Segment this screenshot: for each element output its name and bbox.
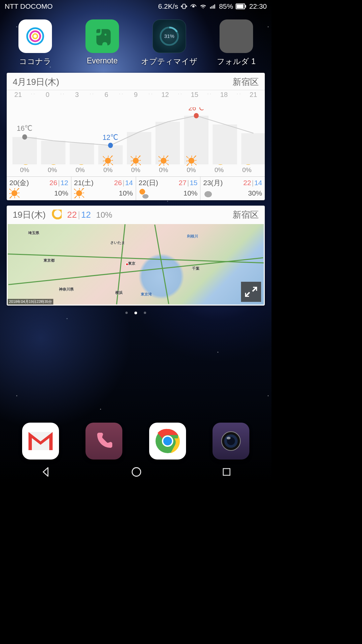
page-dot-current (134, 312, 137, 314)
map-label: 埼玉県 (28, 230, 39, 235)
evernote-icon (85, 19, 119, 53)
clock: 22:30 (249, 2, 267, 10)
svg-rect-5 (215, 4, 216, 9)
temperature-graph: 16℃ 12℃ 26℃ (7, 99, 265, 156)
app-coconala[interactable]: ココナラ (7, 19, 64, 67)
map-day: 19日(木) (13, 209, 46, 221)
temp-low: 12 (60, 179, 68, 186)
weather-map[interactable]: 東京 埼玉県 さいたま 東京都 神奈川県 千葉 横浜 東京湾 利根川 2018年… (8, 224, 264, 305)
daily-forecast: 20(金)26|1210%21(土)26|1410%22(日)27|1510%2… (7, 176, 265, 200)
map-header: 19日(木) 22|12 10% 新宿区 (7, 206, 265, 224)
navigation-bar (0, 462, 272, 483)
precip-pct: 10% (119, 189, 133, 197)
hour-tick: 21 (246, 91, 261, 99)
svg-text:26℃: 26℃ (188, 107, 204, 112)
dock (0, 423, 272, 460)
map-low: 12 (81, 210, 91, 220)
map-label: 利根川 (187, 234, 198, 239)
svg-point-1 (192, 5, 195, 8)
weather-map-widget[interactable]: 19日(木) 22|12 10% 新宿区 東京 埼玉県 さいたま 東京都 神奈川… (7, 206, 265, 306)
nav-back-button[interactable] (40, 466, 51, 479)
precip-pct: 0% (159, 166, 168, 174)
map-precip: 10% (96, 210, 112, 220)
svg-point-11 (33, 34, 38, 39)
svg-rect-21 (213, 124, 237, 164)
map-label: 横浜 (115, 290, 123, 295)
temp-high: 26 (50, 179, 57, 186)
day-label: 21(土) (74, 178, 94, 187)
network-speed: 6.2K/s (158, 2, 178, 10)
svg-rect-8 (245, 5, 246, 8)
page-dot (125, 312, 128, 314)
battery-icon (236, 3, 246, 9)
precip-pct: 0% (48, 166, 57, 174)
daily-cell[interactable]: 21(土)26|1410% (71, 177, 136, 200)
hour-tick: 15 (187, 91, 202, 99)
sun-icon (186, 156, 196, 166)
svg-point-10 (30, 31, 40, 41)
nav-recent-button[interactable] (222, 467, 232, 478)
coconala-icon (18, 19, 52, 53)
dock-camera[interactable] (213, 423, 249, 460)
svg-point-37 (132, 468, 141, 476)
precip-pct: 0% (103, 166, 112, 174)
dock-phone[interactable] (85, 423, 122, 460)
precip-pct: 10% (54, 189, 68, 197)
daily-cell[interactable]: 20(金)26|1210% (7, 177, 71, 200)
app-evernote[interactable]: Evernote (74, 19, 131, 67)
svg-rect-29 (28, 432, 53, 450)
svg-rect-7 (237, 4, 244, 8)
dock-chrome[interactable] (149, 423, 186, 460)
weather-location: 新宿区 (233, 76, 259, 88)
sun-icon (9, 188, 19, 198)
temp-low: 14 (125, 179, 133, 186)
battery-percent: 85% (219, 2, 233, 10)
app-label: フォルダ 1 (217, 56, 255, 67)
hour-tick: 18 (217, 91, 231, 99)
precip-pct: 10% (183, 189, 197, 197)
page-indicator (0, 312, 272, 314)
wifi-icon (199, 3, 207, 10)
moon-icon (51, 210, 62, 220)
weather-header: 4月19日(木) 新宿区 (7, 73, 265, 90)
daily-cell[interactable]: 23(月)22|1430% (200, 177, 265, 200)
app-row: ココナラ Evernote 31% オプティマイザ フォルダ 1 (0, 13, 272, 67)
map-label: 東京都 (44, 258, 55, 263)
svg-rect-22 (241, 133, 265, 164)
svg-text:16℃: 16℃ (17, 124, 33, 132)
svg-point-36 (227, 437, 231, 439)
precip-pct: 0% (242, 166, 251, 174)
hour-tick: 0 (40, 91, 55, 99)
map-label-tokyo: 東京 (128, 261, 135, 266)
svg-text:12℃: 12℃ (103, 133, 118, 142)
precip-pct: 0% (20, 166, 29, 174)
day-label: 23(月) (203, 178, 223, 187)
map-location: 新宿区 (233, 209, 259, 221)
dock-gmail[interactable] (22, 423, 59, 460)
vibrate-icon (181, 3, 187, 10)
svg-text:31%: 31% (164, 33, 174, 39)
map-label: 千葉 (192, 266, 199, 271)
hour-tick: 3 (70, 91, 84, 99)
hour-tick: 6 (99, 91, 114, 99)
expand-map-button[interactable] (241, 282, 261, 302)
folder-icon (220, 19, 253, 53)
svg-point-25 (194, 113, 199, 118)
map-timestamp: 2018年04月19日22時35分 (8, 299, 53, 305)
sun-icon (131, 156, 141, 166)
app-folder-1[interactable]: フォルダ 1 (208, 19, 265, 67)
day-label: 22(日) (139, 178, 158, 187)
svg-point-23 (22, 134, 27, 140)
suncloud-icon (139, 188, 149, 198)
map-label: 東京湾 (141, 292, 152, 297)
temp-low: 15 (190, 179, 197, 186)
svg-rect-15 (41, 141, 66, 164)
map-high: 22 (67, 210, 77, 220)
nav-home-button[interactable] (131, 466, 142, 479)
svg-rect-0 (183, 4, 185, 8)
weather-widget[interactable]: 4月19日(木) 新宿区 21· · 0· · 3· · 6· · 9· · 1… (7, 73, 265, 200)
daily-cell[interactable]: 22(日)27|1510% (136, 177, 201, 200)
svg-rect-14 (12, 137, 37, 164)
app-label: オプティマイザ (141, 56, 197, 67)
app-optimizer[interactable]: 31% オプティマイザ (141, 19, 198, 67)
